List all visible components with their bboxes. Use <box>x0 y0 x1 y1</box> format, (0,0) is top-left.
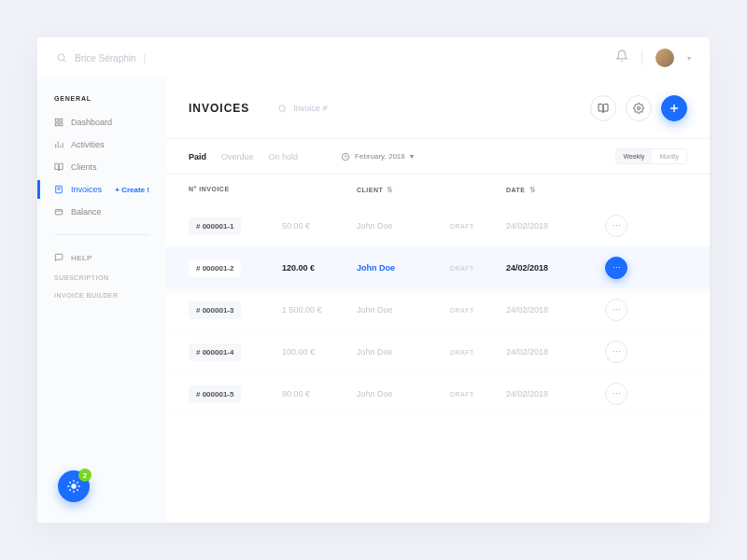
search-placeholder: Brice Séraphin <box>75 53 136 63</box>
sort-icon: ⇅ <box>387 186 394 194</box>
table-body: # 000001-1 50.00 € John Doe DRAFT 24/02/… <box>166 205 710 415</box>
freq-monthly[interactable]: Montly <box>652 149 686 163</box>
sidebar-item-label: Balance <box>71 207 102 217</box>
sidebar-link-subscription[interactable]: SUBSCRIPTION <box>37 269 166 287</box>
book-button[interactable] <box>590 95 616 121</box>
app-window: Brice Séraphin | ▾ GENERAL Dashboard Act… <box>37 37 710 523</box>
chevron-down-icon[interactable]: ▾ <box>687 54 691 63</box>
more-button[interactable]: ⋯ <box>605 257 627 279</box>
chat-icon <box>54 253 63 262</box>
client-name: John Doe <box>357 389 450 399</box>
more-button[interactable]: ⋯ <box>605 299 627 321</box>
invoice-number: # 000001-4 <box>189 343 241 361</box>
document-icon <box>54 185 63 194</box>
sidebar-link-builder[interactable]: INVOICE BUILDER <box>37 287 166 304</box>
fab-badge: 2 <box>78 469 92 482</box>
sun-icon <box>66 479 81 494</box>
th-invoice[interactable]: N° INVOICE <box>189 186 282 194</box>
svg-line-16 <box>285 110 287 112</box>
sidebar-item-label: Dashboard <box>71 118 112 127</box>
notification-icon[interactable] <box>615 49 628 66</box>
divider <box>54 234 149 235</box>
status-badge: DRAFT <box>450 265 506 272</box>
date: 24/02/2018 <box>506 221 590 231</box>
date: 24/02/2018 <box>506 347 590 357</box>
amount: 120.00 € <box>282 263 357 273</box>
sidebar-item-help[interactable]: HELP <box>37 246 166 269</box>
date: 24/02/2018 <box>506 305 590 315</box>
svg-rect-13 <box>55 210 63 215</box>
invoice-number: # 000001-5 <box>189 385 241 403</box>
avatar[interactable] <box>655 49 674 67</box>
svg-line-28 <box>69 489 70 490</box>
date: 24/02/2018 <box>506 389 590 399</box>
sidebar-item-invoices[interactable]: Invoices + Create ! <box>37 178 166 201</box>
sidebar-item-dashboard[interactable]: Dashboard <box>37 111 166 133</box>
svg-rect-5 <box>60 123 63 126</box>
clock-icon <box>341 152 350 161</box>
svg-line-29 <box>77 482 78 483</box>
settings-button[interactable] <box>626 95 652 121</box>
main: INVOICES Invoice # <box>166 78 710 523</box>
page-title: INVOICES <box>189 102 249 115</box>
chevron-down-icon: ▾ <box>410 152 414 161</box>
client-name: John Doe <box>357 305 450 315</box>
global-search[interactable]: Brice Séraphin | <box>56 52 146 63</box>
create-link[interactable]: + Create ! <box>115 186 149 194</box>
wallet-icon <box>54 207 63 217</box>
client-name: John Doe <box>357 263 450 273</box>
more-button[interactable]: ⋯ <box>605 383 627 405</box>
svg-line-27 <box>77 489 78 490</box>
sidebar-item-balance[interactable]: Balance <box>37 201 166 223</box>
add-button[interactable] <box>661 95 687 121</box>
sidebar: GENERAL Dashboard Activities Clients Inv… <box>37 78 166 523</box>
client-name: John Doe <box>357 221 450 231</box>
body: GENERAL Dashboard Activities Clients Inv… <box>37 78 710 523</box>
sort-icon: ⇅ <box>529 186 537 194</box>
tab-onhold[interactable]: On hold <box>269 152 299 161</box>
filter-bar: Paid Overdue On hold February, 2018 ▾ We… <box>166 138 710 175</box>
th-client[interactable]: CLIENT⇅ <box>357 186 450 194</box>
amount: 1 500.00 € <box>282 305 357 315</box>
date-filter[interactable]: February, 2018 ▾ <box>341 152 414 161</box>
plus-icon <box>668 102 681 115</box>
amount: 80.00 € <box>282 389 357 399</box>
sidebar-item-activities[interactable]: Activities <box>37 133 166 156</box>
sidebar-section-label: GENERAL <box>37 95 166 102</box>
fab-button[interactable]: 2 <box>58 470 90 502</box>
invoice-number: # 000001-2 <box>189 259 241 277</box>
search-icon <box>56 52 67 63</box>
svg-point-15 <box>279 105 285 110</box>
divider <box>641 50 642 65</box>
gear-icon <box>633 103 644 114</box>
chart-icon <box>54 140 63 149</box>
tab-overdue[interactable]: Overdue <box>221 152 254 161</box>
freq-weekly[interactable]: Weekly <box>616 149 653 163</box>
sidebar-item-clients[interactable]: Clients <box>37 156 166 178</box>
table-row[interactable]: # 000001-3 1 500.00 € John Doe DRAFT 24/… <box>166 289 710 331</box>
invoice-number: # 000001-1 <box>189 217 241 235</box>
amount: 100.00 € <box>282 347 357 357</box>
table-row[interactable]: # 000001-2 120.00 € John Doe DRAFT 24/02… <box>166 247 710 289</box>
invoice-search[interactable]: Invoice # <box>277 104 327 114</box>
svg-rect-2 <box>55 119 58 121</box>
table-row[interactable]: # 000001-5 80.00 € John Doe DRAFT 24/02/… <box>166 373 710 415</box>
table-row[interactable]: # 000001-1 50.00 € John Doe DRAFT 24/02/… <box>166 205 710 247</box>
book-icon <box>54 162 63 172</box>
status-badge: DRAFT <box>450 391 506 398</box>
svg-line-1 <box>63 60 65 62</box>
date: 24/02/2018 <box>506 263 590 273</box>
svg-rect-4 <box>55 123 58 126</box>
frequency-toggle: Weekly Montly <box>615 148 687 164</box>
topbar-right: ▾ <box>615 49 691 67</box>
search-icon <box>277 104 288 114</box>
svg-point-17 <box>638 107 641 110</box>
tab-paid[interactable]: Paid <box>189 152 206 161</box>
th-date[interactable]: DATE⇅ <box>506 186 590 194</box>
table-header: N° INVOICE CLIENT⇅ DATE⇅ <box>166 175 710 205</box>
more-button[interactable]: ⋯ <box>605 341 627 363</box>
amount: 50.00 € <box>282 221 357 231</box>
table-row[interactable]: # 000001-4 100.00 € John Doe DRAFT 24/02… <box>166 331 710 373</box>
sidebar-item-label: Invoices <box>71 185 102 194</box>
more-button[interactable]: ⋯ <box>605 215 627 237</box>
